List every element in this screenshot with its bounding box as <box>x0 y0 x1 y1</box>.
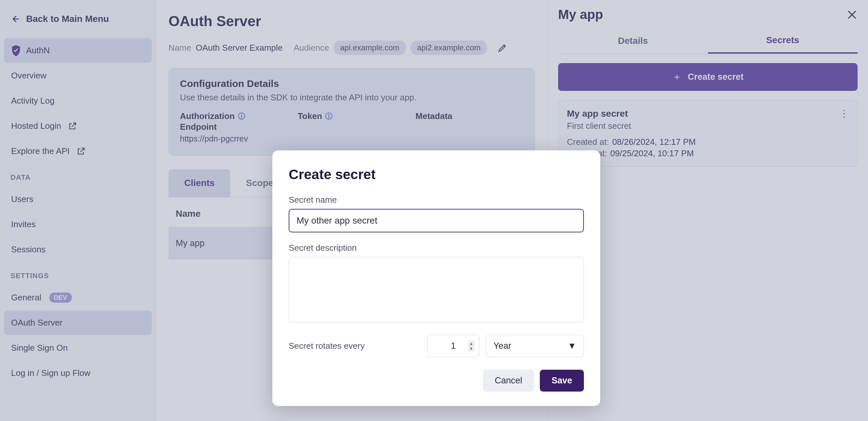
secret-name-input[interactable] <box>289 209 584 232</box>
secret-desc-input[interactable] <box>289 257 584 322</box>
secret-desc-label: Secret description <box>289 243 584 253</box>
rotate-number-input[interactable]: 1 ▲▼ <box>427 335 479 357</box>
save-button[interactable]: Save <box>540 370 584 392</box>
rotate-label: Secret rotates every <box>289 341 421 351</box>
rotate-unit-value: Year <box>493 341 512 351</box>
create-secret-modal: Create secret Secret name Secret descrip… <box>272 150 600 406</box>
cancel-button[interactable]: Cancel <box>483 370 534 392</box>
chevron-down-icon: ▼ <box>567 341 577 351</box>
modal-title: Create secret <box>289 167 584 183</box>
rotate-number-value: 1 <box>451 341 456 351</box>
secret-name-label: Secret name <box>289 195 584 205</box>
number-spinner-icon[interactable]: ▲▼ <box>468 341 474 352</box>
rotate-unit-select[interactable]: Year ▼ <box>486 335 584 357</box>
